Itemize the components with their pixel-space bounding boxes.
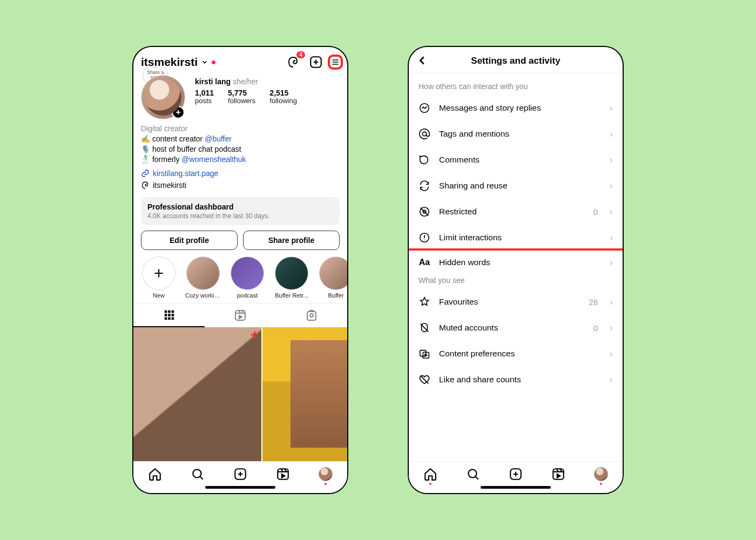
threads-handle-row[interactable]: itsmekirsti (133, 180, 347, 195)
settings-row-label: Like and share counts (439, 375, 521, 384)
story-highlight[interactable]: Buffer Retr... (274, 256, 309, 299)
create-icon (233, 467, 247, 481)
comment-icon (418, 154, 430, 166)
settings-row-favourites[interactable]: Favourites 28 › (409, 289, 623, 315)
chevron-right-icon: › (610, 233, 613, 242)
settings-screen: Settings and activity How others can int… (408, 46, 624, 494)
professional-dashboard-card[interactable]: Professional dashboard 4.0K accounts rea… (141, 197, 340, 225)
settings-row-label: Comments (439, 155, 480, 165)
settings-row-label: Muted accounts (439, 323, 498, 333)
section-header: How others can interact with you (409, 73, 623, 95)
settings-row-tags-and-mentions[interactable]: Tags and mentions › (409, 121, 623, 147)
settings-row-label: Hidden words (439, 258, 490, 267)
create-button[interactable] (308, 55, 323, 70)
nav-search[interactable] (466, 467, 480, 481)
grid-tab[interactable] (133, 303, 205, 327)
settings-row-comments[interactable]: Comments › (409, 147, 623, 173)
display-name: kirsti langshe/her (195, 77, 340, 86)
svg-rect-9 (172, 317, 174, 320)
section-header: What you see (409, 267, 623, 289)
story-circle-icon (275, 256, 308, 290)
notification-dot-icon (600, 483, 602, 485)
reels-tab[interactable] (205, 303, 276, 327)
story-circle-icon (319, 256, 347, 290)
nav-create[interactable] (233, 467, 247, 481)
svg-rect-8 (168, 317, 171, 320)
home-indicator (205, 486, 275, 489)
post-thumbnail[interactable]: 📌 (133, 327, 261, 461)
post-grid: 📌 📌 📌 (133, 327, 347, 461)
username-dropdown[interactable]: itsmekirsti (141, 56, 215, 69)
svg-point-24 (468, 469, 476, 477)
svg-rect-5 (168, 314, 171, 316)
at-icon (418, 128, 430, 140)
svg-rect-15 (278, 469, 288, 480)
story-label: New (153, 292, 165, 299)
settings-row-limit-interactions[interactable]: Limit interactions › (409, 225, 623, 251)
svg-rect-1 (165, 310, 167, 313)
story-label: Cozy working (185, 292, 221, 299)
post-thumbnail[interactable]: 📌 (262, 327, 347, 461)
settings-list-interact: Messages and story replies › Tags and me… (409, 95, 623, 267)
settings-row-hidden-words[interactable]: Aa Hidden words › (409, 251, 623, 267)
story-highlight[interactable]: Cozy working (185, 256, 221, 299)
settings-row-like-and-share-counts[interactable]: Like and share counts › (409, 367, 623, 393)
settings-row-muted-accounts[interactable]: Muted accounts 0 › (409, 315, 623, 341)
bio-url[interactable]: kirstilang.start.page (133, 169, 347, 180)
svg-rect-6 (172, 314, 174, 316)
story-highlight[interactable]: podcast (230, 256, 265, 299)
chevron-right-icon: › (610, 155, 613, 165)
create-plus-icon (309, 55, 323, 69)
nav-profile[interactable] (319, 467, 333, 481)
link-icon (141, 169, 150, 178)
story-highlight[interactable]: Buffer (318, 256, 347, 299)
reuse-icon (418, 180, 430, 192)
followers-stat[interactable]: 5,775followers (228, 89, 255, 105)
nav-search[interactable] (191, 467, 205, 481)
profile-info: Share a note + kirsti langshe/her 1,011p… (133, 74, 347, 123)
nav-profile[interactable] (594, 467, 608, 481)
chevron-right-icon: › (610, 349, 613, 359)
story-label: Buffer (328, 292, 343, 299)
svg-rect-11 (307, 312, 316, 320)
svg-rect-7 (165, 317, 167, 320)
svg-rect-3 (172, 310, 174, 313)
profile-avatar[interactable]: + (141, 75, 185, 119)
nav-home[interactable] (148, 467, 162, 481)
svg-point-17 (422, 132, 426, 136)
grid-icon (163, 309, 175, 321)
settings-row-value: 28 (589, 298, 601, 307)
settings-row-restricted[interactable]: Restricted 0 › (409, 199, 623, 225)
nav-create[interactable] (509, 467, 523, 481)
add-story-plus-icon[interactable]: + (172, 106, 185, 119)
share-profile-button[interactable]: Share profile (243, 231, 340, 250)
chevron-right-icon: › (610, 323, 613, 333)
settings-row-content-preferences[interactable]: Content preferences › (409, 341, 623, 367)
menu-button[interactable] (328, 55, 343, 70)
settings-row-sharing-and-reuse[interactable]: Sharing and reuse › (409, 173, 623, 199)
settings-row-label: Limit interactions (439, 233, 502, 242)
create-icon (509, 467, 523, 481)
chevron-right-icon: › (610, 181, 613, 191)
edit-profile-button[interactable]: Edit profile (141, 231, 238, 250)
threads-button[interactable]: 4 (286, 55, 301, 70)
bio-link-buffer[interactable]: @buffer (205, 134, 232, 143)
bio-link-wh[interactable]: @womenshealthuk (181, 155, 246, 164)
tagged-tab[interactable] (276, 303, 347, 327)
chevron-down-icon (201, 58, 208, 66)
chevron-right-icon: › (610, 103, 613, 113)
story-highlight[interactable]: New (141, 256, 177, 299)
back-button[interactable] (416, 55, 428, 66)
nav-home[interactable] (423, 467, 437, 481)
settings-row-label: Favourites (439, 297, 478, 307)
settings-row-messages-and-story-replies[interactable]: Messages and story replies › (409, 95, 623, 121)
avatar-icon (594, 467, 608, 481)
following-stat[interactable]: 2,515following (269, 89, 297, 105)
home-indicator (481, 486, 551, 489)
nav-reels[interactable] (551, 467, 565, 481)
posts-stat[interactable]: 1,011posts (195, 89, 214, 105)
story-highlights: NewCozy workingpodcastBuffer Retr...Buff… (133, 256, 347, 303)
search-icon (191, 467, 205, 481)
notification-dot-icon (325, 483, 327, 485)
nav-reels[interactable] (276, 467, 290, 481)
